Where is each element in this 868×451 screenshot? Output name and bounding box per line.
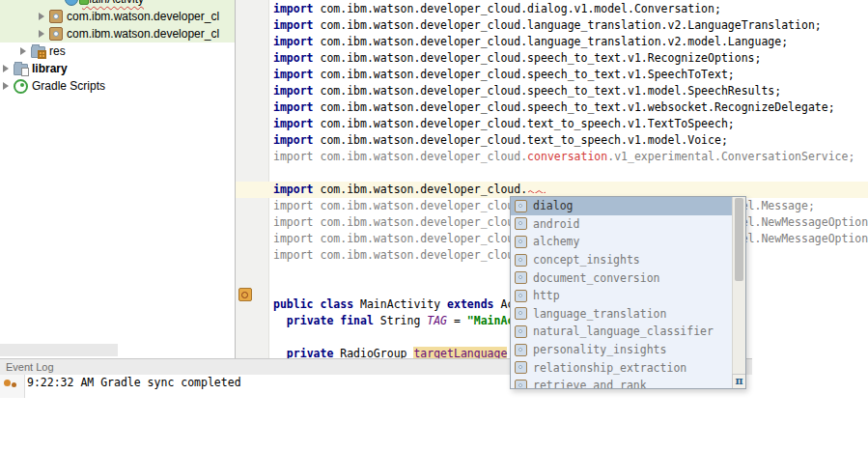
package-icon: [515, 325, 527, 338]
completion-item-natural_language_classifier[interactable]: natural_language_classifier: [511, 323, 732, 341]
code-token: com.ibm.watson.developer_cloud.text_to_s…: [320, 117, 734, 130]
completion-item-label: http: [533, 289, 560, 302]
event-log-icon-strip: [0, 375, 25, 398]
project-panel[interactable]: MainActivitycom.ibm.watson.developer_clc…: [0, 0, 235, 358]
res-folder-icon: [31, 46, 45, 58]
code-token: com.ibm.watson.developer_cloud.language_…: [320, 18, 821, 32]
tree-item-com-ibm-watson-developer-cl[interactable]: com.ibm.watson.developer_cl: [0, 25, 235, 42]
code-line-2[interactable]: import com.ibm.watson.developer_cloud.la…: [268, 17, 868, 34]
tree-item-gradle-scripts[interactable]: Gradle Scripts: [0, 77, 235, 95]
completion-item-alchemy[interactable]: alchemy: [511, 233, 732, 251]
ide-window: MainActivitycom.ibm.watson.developer_clc…: [0, 0, 868, 451]
code-line-1[interactable]: import com.ibm.watson.developer_cloud.di…: [268, 1, 868, 17]
completion-item-label: dialog: [533, 199, 574, 212]
package-icon: [515, 271, 527, 284]
code-token: import: [273, 84, 320, 98]
completion-item-label: personality_insights: [533, 343, 666, 356]
completion-item-language_translation[interactable]: language_translation: [511, 305, 732, 324]
code-line-4[interactable]: import com.ibm.watson.developer_cloud.sp…: [268, 50, 868, 67]
class-icon: [65, 0, 78, 6]
code-line-6[interactable]: import com.ibm.watson.developer_cloud.sp…: [268, 83, 868, 99]
code-line-8[interactable]: import com.ibm.watson.developer_cloud.te…: [268, 116, 868, 132]
code-token: [273, 347, 287, 358]
completion-item-relationship_extraction[interactable]: relationship_extraction: [511, 358, 732, 377]
tree-item-label: com.ibm.watson.developer_cl: [67, 27, 219, 41]
code-token: import: [273, 18, 320, 32]
tree-item-label: library: [32, 62, 68, 75]
completion-item-personality_insights[interactable]: personality_insights: [511, 341, 732, 359]
completion-item-label: document_conversion: [533, 271, 660, 285]
code-token: com.ibm.watson.developer_cloud.speech_to…: [320, 51, 761, 65]
code-token: TAG: [427, 314, 447, 327]
code-token: =: [447, 314, 467, 327]
completion-item-label: language_translation: [533, 307, 666, 321]
code-token: com.ibm.watson.developer_cloud.: [320, 183, 527, 196]
code-token: import: [273, 51, 320, 65]
code-token: com.ibm.watson.developer_cloud.speech_to…: [320, 68, 734, 81]
completion-item-concept_insights[interactable]: concept_insights: [511, 251, 732, 269]
class-gutter-icon[interactable]: [238, 288, 252, 301]
package-icon: [515, 200, 527, 212]
tree-item-mainactivity[interactable]: MainActivity: [0, 0, 235, 8]
code-token: private: [287, 347, 340, 358]
completion-item-android[interactable]: android: [511, 215, 732, 234]
expand-arrow-icon[interactable]: [3, 65, 9, 72]
code-token: import: [273, 183, 320, 196]
package-icon: [515, 217, 527, 230]
code-token: com.ibm.watson.developer_cloud.speech_to…: [320, 84, 781, 98]
gradle-icon: [14, 79, 28, 94]
completion-item-label: natural_language_classifier: [533, 324, 714, 338]
code-line-7[interactable]: import com.ibm.watson.developer_cloud.sp…: [268, 99, 868, 116]
tree-item-label: res: [49, 44, 66, 58]
code-token: import: [273, 2, 320, 15]
code-line-5[interactable]: import com.ibm.watson.developer_cloud.sp…: [268, 67, 868, 83]
completion-item-label: android: [533, 217, 579, 231]
completion-popup: dialogandroidalchemyconcept_insightsdocu…: [510, 196, 746, 389]
editor-gutter: [236, 0, 269, 358]
code-token: private final: [287, 314, 380, 327]
completion-scrollbar-thumb[interactable]: [735, 198, 743, 281]
error-squiggle-icon: [528, 188, 546, 193]
code-token: import: [273, 133, 320, 147]
expand-arrow-icon[interactable]: [39, 30, 44, 38]
package-icon: [515, 344, 527, 356]
tree-item-res[interactable]: res: [0, 42, 235, 60]
project-tree: MainActivitycom.ibm.watson.developer_clc…: [0, 0, 235, 95]
package-icon: [49, 10, 63, 23]
completion-item-http[interactable]: http: [511, 287, 732, 305]
code-token: import: [273, 117, 320, 130]
code-token: com.ibm.watson.developer_cloud.dialog.v1…: [320, 2, 720, 15]
code-token: import: [273, 68, 320, 81]
completion-item-document_conversion[interactable]: document_conversion: [511, 268, 732, 287]
package-icon: [515, 361, 527, 374]
tree-item-com-ibm-watson-developer-cl[interactable]: com.ibm.watson.developer_cl: [0, 8, 235, 25]
code-token: import com.ibm.watson.developer_cloud.: [273, 150, 527, 163]
code-token: String: [380, 314, 427, 327]
package-icon: [515, 236, 527, 248]
completion-item-dialog[interactable]: dialog: [511, 197, 732, 215]
completion-item-retrieve_and_rank[interactable]: retrieve_and_rank: [511, 377, 732, 388]
project-panel-scrollbar[interactable]: [0, 344, 118, 356]
expand-arrow-icon[interactable]: [39, 13, 44, 20]
sorting-pi-icon[interactable]: π: [732, 374, 745, 388]
expand-arrow-icon[interactable]: [3, 82, 9, 90]
package-icon: [49, 27, 63, 41]
code-token: public class: [273, 297, 360, 311]
tree-item-label: MainActivity: [82, 0, 144, 6]
code-token: .v1_experimental.ConversationService;: [607, 150, 854, 163]
completion-item-label: alchemy: [533, 235, 579, 248]
tree-item-label: com.ibm.watson.developer_cl: [67, 10, 219, 23]
code-line-10[interactable]: import com.ibm.watson.developer_cloud.co…: [268, 149, 868, 165]
code-token: conversation: [527, 150, 607, 163]
expand-arrow-icon[interactable]: [20, 47, 26, 55]
event-log-title: Event Log: [6, 361, 54, 373]
event-log-balloon-icon[interactable]: [4, 380, 11, 386]
code-line-9[interactable]: import com.ibm.watson.developer_cloud.te…: [268, 132, 868, 149]
completion-scrollbar[interactable]: [732, 197, 745, 388]
package-icon: [515, 254, 527, 267]
code-line-3[interactable]: import com.ibm.watson.developer_cloud.la…: [268, 34, 868, 50]
tree-item-library[interactable]: library: [0, 60, 235, 77]
code-token: com.ibm.watson.developer_cloud.language_…: [320, 35, 788, 48]
code-line-11[interactable]: [268, 165, 868, 182]
event-log-message: 9:22:32 AM Gradle sync completed: [27, 376, 241, 389]
